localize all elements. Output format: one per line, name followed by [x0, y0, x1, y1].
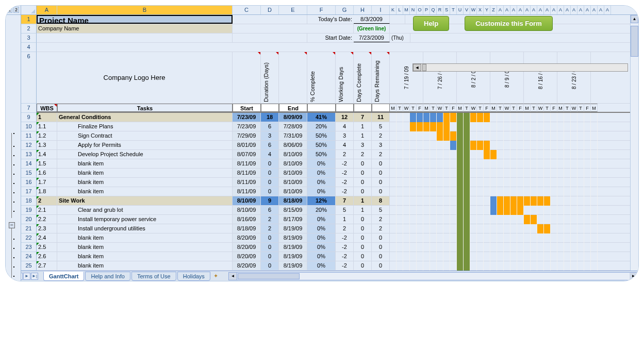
- gantt-cell[interactable]: [403, 113, 410, 122]
- gantt-cell[interactable]: [551, 206, 557, 215]
- gantt-cell[interactable]: [531, 150, 537, 159]
- gantt-cell[interactable]: [423, 224, 430, 233]
- gantt-cell[interactable]: [571, 233, 577, 243]
- start-cell[interactable]: 8/10/09: [233, 196, 261, 205]
- gantt-cell[interactable]: [457, 159, 464, 169]
- gantt-cell[interactable]: [497, 131, 504, 141]
- gantt-cell[interactable]: [477, 141, 484, 150]
- gantt-cell[interactable]: [584, 169, 591, 178]
- gantt-cell[interactable]: [537, 233, 544, 243]
- gantt-scroll-thumb[interactable]: [422, 64, 426, 71]
- gantt-cell[interactable]: [551, 261, 557, 271]
- gantt-cell[interactable]: [490, 215, 497, 224]
- duration-cell[interactable]: 0: [261, 159, 279, 168]
- gantt-cell[interactable]: [437, 196, 443, 206]
- gantt-cell[interactable]: [510, 196, 517, 206]
- gantt-cell[interactable]: [577, 224, 584, 233]
- gantt-cell[interactable]: [423, 122, 430, 131]
- gantt-cell[interactable]: [417, 243, 423, 252]
- duration-cell[interactable]: 0: [261, 233, 279, 242]
- duration-cell[interactable]: 6: [261, 206, 279, 214]
- end-cell[interactable]: 8/06/09: [279, 141, 307, 149]
- gantt-cell[interactable]: [443, 113, 450, 122]
- gantt-cell[interactable]: [484, 215, 490, 224]
- gantt-cell[interactable]: [403, 122, 410, 131]
- gantt-cell[interactable]: [544, 131, 551, 141]
- gantt-cell[interactable]: [557, 215, 564, 224]
- gantt-cell[interactable]: [577, 141, 584, 150]
- gantt-cell[interactable]: [417, 196, 423, 206]
- gantt-cell[interactable]: [477, 261, 484, 271]
- gantt-cell[interactable]: [430, 141, 437, 150]
- gantt-cell[interactable]: [517, 178, 524, 187]
- gantt-cell[interactable]: [531, 233, 537, 243]
- gantt-cell[interactable]: [497, 243, 504, 252]
- gantt-cell[interactable]: [571, 113, 577, 122]
- gantt-cell[interactable]: [531, 187, 537, 196]
- pct-cell[interactable]: 0%: [307, 178, 336, 187]
- gantt-cell[interactable]: [450, 113, 457, 122]
- gantt-cell[interactable]: [484, 122, 490, 131]
- duration-cell[interactable]: 0: [261, 169, 279, 177]
- col-header-d[interactable]: D: [261, 6, 279, 14]
- gantt-cell[interactable]: [423, 215, 430, 224]
- task-row[interactable]: 2.6 blank item 8/20/09 0 8/19/09 0% -2 0…: [37, 252, 638, 261]
- gantt-cell[interactable]: [437, 261, 443, 271]
- col-header-narrow[interactable]: R: [437, 6, 443, 14]
- gantt-cell[interactable]: [584, 159, 591, 169]
- gantt-cell[interactable]: [557, 206, 564, 215]
- gantt-cell[interactable]: [403, 224, 410, 233]
- gantt-cell[interactable]: [510, 243, 517, 252]
- wbs-cell[interactable]: 1.4: [37, 150, 57, 159]
- col-header-narrow[interactable]: A: [564, 6, 571, 14]
- wbs-cell[interactable]: 2.7: [37, 261, 57, 270]
- gantt-cell[interactable]: [450, 169, 457, 178]
- gantt-cell[interactable]: [390, 233, 397, 243]
- gantt-cell[interactable]: [564, 131, 571, 141]
- gantt-cell[interactable]: [517, 122, 524, 131]
- duration-cell[interactable]: 0: [261, 252, 279, 261]
- gantt-cell[interactable]: [591, 169, 598, 178]
- col-header-narrow[interactable]: A: [598, 6, 604, 14]
- dr-cell[interactable]: 0: [372, 169, 390, 177]
- row-header[interactable]: 22: [21, 233, 37, 243]
- wd-cell[interactable]: 5: [336, 206, 354, 214]
- gantt-cell[interactable]: [591, 196, 598, 206]
- gantt-cell[interactable]: [524, 141, 531, 150]
- col-header-narrow[interactable]: X: [477, 6, 484, 14]
- gantt-cell[interactable]: [484, 131, 490, 141]
- gantt-cell[interactable]: [477, 206, 484, 215]
- dc-cell[interactable]: 1: [354, 196, 372, 205]
- wd-cell[interactable]: 12: [336, 113, 354, 122]
- task-name-cell[interactable]: Develop Project Schedule: [57, 150, 233, 159]
- gantt-cell[interactable]: [524, 196, 531, 206]
- gantt-cell[interactable]: [517, 150, 524, 159]
- task-row[interactable]: 2.1 Clear and grub lot 8/10/09 6 8/15/09…: [37, 206, 638, 215]
- wd-cell[interactable]: -2: [336, 187, 354, 196]
- gantt-cell[interactable]: [484, 187, 490, 196]
- gantt-cell[interactable]: [571, 159, 577, 169]
- gantt-cell[interactable]: [417, 215, 423, 224]
- gantt-cell[interactable]: [470, 187, 477, 196]
- gantt-cell[interactable]: [443, 261, 450, 271]
- duration-cell[interactable]: 9: [261, 196, 279, 205]
- wbs-cell[interactable]: 1.8: [37, 187, 57, 196]
- end-cell[interactable]: 8/17/09: [279, 215, 307, 224]
- gantt-cell[interactable]: [544, 224, 551, 233]
- col-header-narrow[interactable]: A: [497, 6, 504, 14]
- gantt-cell[interactable]: [464, 233, 470, 243]
- gantt-cell[interactable]: [484, 150, 490, 159]
- col-header-narrow[interactable]: S: [443, 6, 450, 14]
- gantt-cell[interactable]: [464, 261, 470, 271]
- pct-cell[interactable]: 0%: [307, 243, 336, 252]
- gantt-cell[interactable]: [477, 150, 484, 159]
- gantt-cell[interactable]: [484, 233, 490, 243]
- col-header-narrow[interactable]: U: [457, 6, 464, 14]
- gantt-cell[interactable]: [390, 122, 397, 131]
- vscroll-thumb[interactable]: [631, 26, 638, 57]
- gantt-cell[interactable]: [584, 196, 591, 206]
- col-header-narrow[interactable]: A: [531, 6, 537, 14]
- gantt-cell[interactable]: [490, 261, 497, 271]
- gantt-cell[interactable]: [557, 131, 564, 141]
- dc-cell[interactable]: 0: [354, 224, 372, 233]
